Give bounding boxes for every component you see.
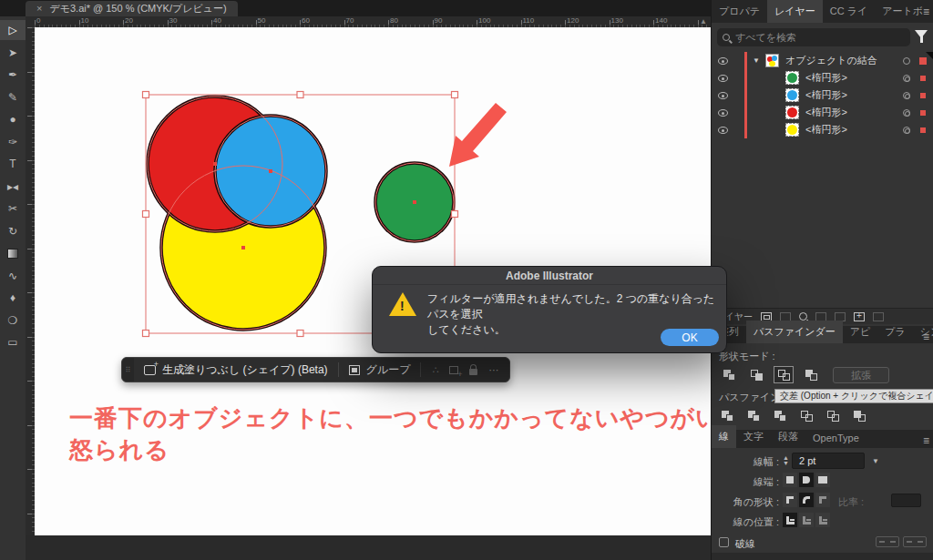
- tab-paragraph[interactable]: 段落: [771, 425, 805, 448]
- delete-layer-icon[interactable]: [873, 312, 884, 321]
- clipping-mask-icon[interactable]: [761, 312, 772, 321]
- layer-row[interactable]: <楕円形>: [712, 87, 933, 104]
- paintbrush-tool[interactable]: ✑: [0, 132, 26, 152]
- merge-button[interactable]: [770, 407, 790, 424]
- selection-handle[interactable]: [452, 92, 458, 98]
- align-inside-button[interactable]: [799, 513, 814, 527]
- artboard-tool[interactable]: ▭: [0, 332, 26, 352]
- duplicate-icon[interactable]: [449, 366, 458, 374]
- more-options-icon[interactable]: ⋯: [488, 364, 498, 376]
- new-layer-icon[interactable]: [854, 312, 865, 321]
- width-dropdown-icon[interactable]: ▼: [872, 457, 879, 465]
- layer-name[interactable]: <楕円形>: [805, 123, 847, 137]
- butt-cap-button[interactable]: [783, 473, 797, 487]
- ellipse-tool[interactable]: ●: [0, 109, 26, 129]
- tab-layers[interactable]: レイヤー: [767, 0, 823, 23]
- miter-ratio-field[interactable]: [891, 494, 921, 507]
- filter-icon[interactable]: [915, 30, 928, 38]
- projecting-cap-button[interactable]: [815, 473, 830, 487]
- lock-icon[interactable]: [469, 369, 477, 375]
- selected-indicator[interactable]: [920, 110, 926, 116]
- gradient-tool[interactable]: [0, 243, 26, 263]
- selected-indicator[interactable]: [920, 76, 926, 81]
- locate-object-icon[interactable]: [799, 312, 807, 321]
- visibility-eye-icon[interactable]: [718, 75, 728, 82]
- layers-search-field[interactable]: すべてを検索: [717, 28, 910, 46]
- layer-name[interactable]: <楕円形>: [805, 106, 847, 119]
- selection-handle[interactable]: [297, 92, 303, 98]
- width-tool[interactable]: ∿: [0, 266, 26, 286]
- panel-menu-icon[interactable]: ≡: [923, 5, 929, 18]
- pathfinder-menu-icon[interactable]: ≡: [923, 331, 929, 343]
- crop-button[interactable]: [796, 407, 816, 424]
- selection-handle[interactable]: [297, 331, 303, 337]
- exclude-button[interactable]: [801, 366, 821, 383]
- width-stepper[interactable]: ▲▼: [783, 455, 789, 466]
- scrollbar-up-arrow[interactable]: ▲: [700, 17, 707, 25]
- eyedropper-tool[interactable]: ♦: [0, 288, 26, 308]
- target-icon[interactable]: [903, 92, 910, 99]
- unite-button[interactable]: [719, 366, 739, 383]
- generative-fill-button[interactable]: 生成塗りつぶし (シェイプ) (Beta): [134, 362, 338, 378]
- selection-handle[interactable]: [143, 211, 149, 218]
- selected-indicator[interactable]: [920, 127, 926, 133]
- export-icon[interactable]: [780, 312, 791, 321]
- trim-button[interactable]: [743, 407, 764, 424]
- expand-button[interactable]: 拡張: [833, 367, 889, 383]
- stroke-width-field[interactable]: 2 pt: [792, 453, 865, 469]
- sublayer-icon[interactable]: [835, 312, 846, 321]
- dash-preserve-icon[interactable]: [876, 536, 899, 547]
- stroke-menu-icon[interactable]: ≡: [923, 434, 929, 447]
- curvature-tool[interactable]: ✎: [0, 87, 26, 107]
- anchor-point-tool[interactable]: ▸◂: [0, 177, 26, 197]
- tab-appearance[interactable]: アピ: [843, 321, 878, 343]
- tab-pathfinder[interactable]: パスファインダー: [746, 321, 843, 343]
- target-icon[interactable]: [903, 109, 910, 117]
- align-outside-button[interactable]: [815, 513, 830, 527]
- outline-button[interactable]: [823, 407, 843, 424]
- tab-artboards[interactable]: アートボ: [875, 0, 930, 23]
- chevron-down-icon[interactable]: ▼: [753, 56, 760, 65]
- round-cap-button[interactable]: [799, 473, 814, 487]
- rotate-tool[interactable]: ↻: [0, 221, 26, 241]
- layer-row[interactable]: <楕円形>: [712, 121, 933, 138]
- scissors-tool[interactable]: ✂: [0, 199, 26, 219]
- target-icon[interactable]: [903, 75, 910, 82]
- layer-name[interactable]: <楕円形>: [805, 71, 847, 85]
- drag-handle[interactable]: ⠿: [122, 358, 134, 382]
- visibility-eye-icon[interactable]: [718, 57, 728, 65]
- visibility-eye-icon[interactable]: [718, 109, 728, 117]
- tab-opentype[interactable]: OpenType: [805, 428, 866, 448]
- divide-button[interactable]: [717, 407, 737, 424]
- layer-name[interactable]: <楕円形>: [805, 88, 847, 102]
- dash-checkbox[interactable]: [719, 537, 729, 547]
- selection-tool[interactable]: ▷: [0, 20, 26, 40]
- visibility-eye-icon[interactable]: [718, 127, 728, 134]
- type-tool[interactable]: T: [0, 154, 26, 174]
- minus-back-button[interactable]: [849, 407, 869, 424]
- minus-front-button[interactable]: [746, 366, 766, 383]
- group-button[interactable]: グループ: [339, 362, 421, 378]
- collect-icon[interactable]: [815, 312, 826, 321]
- blend-tool[interactable]: ❍: [0, 311, 26, 331]
- layer-row[interactable]: ▼オブジェクトの結合: [712, 52, 933, 69]
- align-center-button[interactable]: [783, 513, 797, 527]
- tab-cc-libraries[interactable]: CC ライ: [823, 0, 875, 23]
- selected-indicator[interactable]: [919, 57, 927, 65]
- selected-indicator[interactable]: [920, 93, 926, 98]
- direct-selection-tool[interactable]: ➤: [0, 43, 26, 63]
- layer-name[interactable]: オブジェクトの結合: [785, 54, 877, 67]
- selection-handle[interactable]: [143, 92, 149, 98]
- miter-join-button[interactable]: [783, 493, 797, 507]
- tab-close-icon[interactable]: ×: [36, 4, 42, 14]
- selection-handle[interactable]: [143, 331, 149, 337]
- tab-stroke[interactable]: 線: [712, 425, 736, 448]
- visibility-eye-icon[interactable]: [718, 92, 728, 99]
- layer-row[interactable]: <楕円形>: [712, 104, 933, 121]
- target-icon[interactable]: [903, 127, 910, 134]
- document-tab[interactable]: × デモ3.ai* @ 150 % (CMYK/プレビュー): [26, 1, 238, 16]
- ok-button[interactable]: OK: [661, 329, 719, 346]
- tab-character[interactable]: 文字: [736, 425, 771, 448]
- intersect-button[interactable]: [774, 366, 794, 383]
- selection-handle[interactable]: [452, 211, 458, 218]
